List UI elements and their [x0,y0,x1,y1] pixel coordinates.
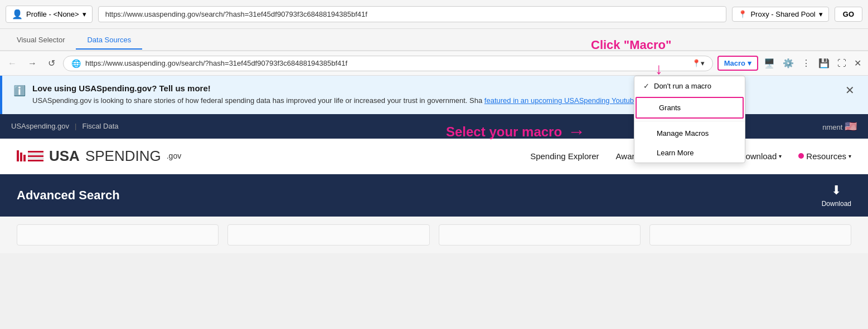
nav-spending-explorer[interactable]: Spending Explorer [530,151,599,161]
macro-option-manage[interactable]: Manage Macros [634,124,745,143]
tab-data-sources[interactable]: Data Sources [76,31,142,50]
macro-option-no-run[interactable]: ✓ Don't run a macro [634,76,745,96]
go-button[interactable]: GO [835,7,862,22]
forward-button[interactable]: → [25,56,40,71]
filter-input-4[interactable] [649,224,851,245]
advanced-search-title: Advanced Search [17,188,120,203]
flag-icon: 🇺🇸 [845,121,857,132]
nav-download[interactable]: Download ▾ [740,151,782,161]
inner-url-bar[interactable]: 🌐 https://www.usaspending.gov/search/?ha… [63,56,713,71]
info-link[interactable]: featured in an upcoming USASpending Yout… [484,96,660,105]
cast-button[interactable]: 🖥️ [762,56,777,71]
resources-dot-icon [798,153,804,159]
nav-resources[interactable]: Resources ▾ [798,151,851,161]
flag-stripe-1 [28,151,43,153]
resources-chevron-icon: ▾ [848,153,851,159]
site-nav-fiscal-data[interactable]: Fiscal Data [82,122,118,130]
download-chevron-icon: ▾ [779,153,782,159]
macro-option-grants[interactable]: Grants [636,97,744,119]
logo-bars [17,150,26,161]
advanced-search-bar: Advanced Search ⬇ Download [0,174,868,217]
proxy-chevron: ▾ [819,10,823,18]
site-nav-right: nment 🇺🇸 [822,120,857,132]
macro-button[interactable]: Macro ▾ [717,56,758,71]
flag-stripe-3 [28,155,43,157]
logo-bar-1 [17,150,19,161]
flag-stripe-2 [28,153,43,155]
download-area[interactable]: ⬇ Download [822,183,851,208]
filter-input-3[interactable] [439,224,641,245]
macro-option-learn-more[interactable]: Learn More [634,143,745,163]
logo-bar-3 [23,155,26,161]
more-button[interactable]: ⋮ [799,56,813,71]
tabs-row: Visual Selector Data Sources [0,29,868,51]
profile-button[interactable]: 👤 Profile - <None> ▾ [6,6,93,23]
checkmark-icon: ✓ [643,82,649,90]
save-button[interactable]: 💾 [816,56,832,71]
logo-flag [28,151,43,161]
profile-icon: 👤 [12,9,23,19]
logo-graphic [17,150,43,161]
logo-text-usa: USA [49,148,80,165]
info-icon: ℹ️ [13,85,26,97]
logo-text-gov: .gov [167,151,181,160]
browser-actions: Macro ▾ 🖥️ ⚙️ ⋮ 💾 ⛶ ✕ [717,56,864,71]
close-banner-button[interactable]: ✕ [843,84,857,97]
url-secure-icon: 🌐 [71,59,81,68]
top-url-bar[interactable]: https://www.usaspending.gov/search/?hash… [98,6,727,22]
logo-bar-2 [20,153,22,161]
site-nav-usaspending[interactable]: USAspending.gov [11,122,69,130]
proxy-button[interactable]: 📍 Proxy - Shared Pool ▾ [732,7,828,22]
filter-area [0,217,868,253]
download-label: Download [822,200,851,208]
settings-button[interactable]: ⚙️ [780,56,796,71]
url-dropdown-icon: 📍▾ [692,59,705,67]
filter-input-2[interactable] [227,224,429,245]
refresh-button[interactable]: ↺ [45,56,59,71]
dropdown-divider [634,121,745,121]
macro-label: Macro [724,59,745,67]
fullscreen-button[interactable]: ⛶ [835,56,848,71]
logo-text-spending: SPENDING [85,148,161,165]
browser-top-bar: 👤 Profile - <None> ▾ https://www.usaspen… [0,0,868,29]
proxy-label: Proxy - Shared Pool [750,10,815,18]
profile-chevron: ▾ [83,10,86,18]
logo-area: USA SPENDING .gov [17,148,181,165]
macro-chevron-icon: ▾ [748,59,751,67]
inner-browser-bar: ← → ↺ 🌐 https://www.usaspending.gov/sear… [0,51,868,76]
download-icon: ⬇ [831,183,841,198]
profile-label: Profile - <None> [26,10,79,18]
proxy-icon: 📍 [738,10,747,18]
url-text: https://www.usaspending.gov/search/?hash… [85,59,687,67]
flag-stripe-5 [28,160,43,161]
tab-visual-selector[interactable]: Visual Selector [6,31,76,50]
filter-input-1[interactable] [17,224,219,245]
site-nav-divider: | [75,122,76,130]
flag-stripe-4 [28,158,43,159]
close-button[interactable]: ✕ [852,56,864,71]
macro-dropdown: ✓ Don't run a macro Grants Manage Macros… [634,76,745,163]
back-button[interactable]: ← [4,56,20,71]
